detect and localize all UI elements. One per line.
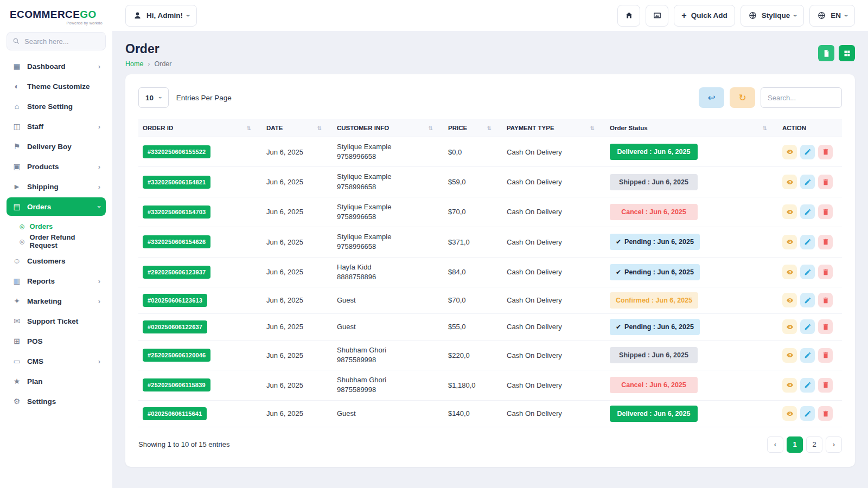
delete-order-button[interactable] xyxy=(818,175,833,189)
sort-icon[interactable]: ⇅ xyxy=(763,125,774,131)
order-id-badge[interactable]: #020250606123613 xyxy=(143,294,207,307)
edit-order-button[interactable] xyxy=(800,293,815,307)
edit-order-button[interactable] xyxy=(800,235,815,249)
home-button[interactable] xyxy=(617,5,640,27)
sidebar-item-support-ticket[interactable]: ✉ Support Ticket xyxy=(7,312,106,330)
pagination-next[interactable]: › xyxy=(826,436,842,453)
sidebar-search-input[interactable] xyxy=(24,37,100,46)
edit-order-button[interactable] xyxy=(800,265,815,279)
check-icon: ✔ xyxy=(616,323,621,331)
sidebar-item-delivery-boy[interactable]: ⚑ Delivery Boy xyxy=(7,137,106,156)
order-id-badge[interactable]: #2520250606115839 xyxy=(143,378,210,391)
column-header-customer-info[interactable]: CUSTOMER INFO ⇅ xyxy=(333,119,444,137)
edit-order-button[interactable] xyxy=(800,406,815,421)
language-switcher-button[interactable]: EN › xyxy=(809,5,855,27)
store-switcher-button[interactable]: Stylique › xyxy=(741,5,805,27)
delete-order-button[interactable] xyxy=(818,406,833,421)
edit-order-button[interactable] xyxy=(800,378,815,393)
edit-order-button[interactable] xyxy=(800,319,815,334)
column-header-payment-type[interactable]: PAYMENT TYPE ⇅ xyxy=(502,119,605,137)
order-id-badge[interactable]: #020250606115641 xyxy=(143,407,207,420)
sidebar-subitem-order-refund-request[interactable]: ◎ Order Refund Request xyxy=(15,234,106,248)
table-search-input[interactable] xyxy=(761,87,842,108)
sidebar-search[interactable] xyxy=(7,32,106,50)
order-id-badge[interactable]: #2920250606123937 xyxy=(143,266,210,279)
view-order-button[interactable] xyxy=(782,235,797,249)
sidebar-item-customers[interactable]: ☺ Customers xyxy=(7,252,106,270)
logo[interactable]: ECOMMERCEGO Powered by workdo xyxy=(7,8,106,25)
delete-order-button[interactable] xyxy=(818,293,833,307)
orders-card: 10 › Entries Per Page ↩ ↻ xyxy=(125,74,855,467)
view-order-button[interactable] xyxy=(782,348,797,363)
view-order-button[interactable] xyxy=(782,378,797,393)
sort-icon[interactable]: ⇅ xyxy=(487,125,498,131)
delete-order-button[interactable] xyxy=(818,235,833,249)
sidebar-item-cms[interactable]: ▭ CMS › xyxy=(7,352,106,370)
export-button[interactable] xyxy=(818,45,834,61)
column-header-order-id[interactable]: ORDER ID ⇅ xyxy=(138,119,262,137)
sort-icon[interactable]: ⇅ xyxy=(429,125,439,131)
edit-order-button[interactable] xyxy=(800,175,815,189)
view-order-button[interactable] xyxy=(782,145,797,159)
delete-order-button[interactable] xyxy=(818,378,833,393)
edit-order-button[interactable] xyxy=(800,145,815,159)
pagination-page-2[interactable]: 2 xyxy=(806,436,822,453)
delete-order-button[interactable] xyxy=(818,348,833,363)
view-order-button[interactable] xyxy=(782,293,797,307)
order-id-badge[interactable]: #3320250606154821 xyxy=(143,176,210,189)
column-header-price[interactable]: PRICE ⇅ xyxy=(444,119,502,137)
trash-icon xyxy=(822,148,829,156)
pagination-prev[interactable]: ‹ xyxy=(767,436,783,453)
sort-icon[interactable]: ⇅ xyxy=(317,125,328,131)
quick-add-button[interactable]: + Quick Add xyxy=(674,5,735,27)
column-header-action[interactable]: ACTION xyxy=(778,119,842,137)
order-id-badge[interactable]: #3320250606154626 xyxy=(143,235,210,248)
view-order-button[interactable] xyxy=(782,406,797,421)
order-id-badge[interactable]: #2520250606120046 xyxy=(143,349,210,362)
sort-icon[interactable]: ⇅ xyxy=(247,125,258,131)
delete-order-button[interactable] xyxy=(818,319,833,334)
sidebar-item-plan[interactable]: ★ Plan xyxy=(7,372,106,390)
edit-order-button[interactable] xyxy=(800,348,815,363)
column-header-order-status[interactable]: Order Status ⇅ xyxy=(605,119,778,137)
pagination-page-1[interactable]: 1 xyxy=(787,436,803,453)
order-status-label: Cancel : Jun 6, 2025 xyxy=(621,381,686,389)
entries-per-page-select[interactable]: 10 › xyxy=(138,87,169,108)
sidebar-item-settings[interactable]: ⚙ Settings xyxy=(7,392,106,410)
sort-icon[interactable]: ⇅ xyxy=(590,125,601,131)
sidebar-item-shipping[interactable]: ► Shipping › xyxy=(7,177,106,196)
column-header-date[interactable]: DATE ⇅ xyxy=(262,119,333,137)
sidebar-item-products[interactable]: ▣ Products › xyxy=(7,157,106,176)
edit-order-button[interactable] xyxy=(800,204,815,219)
order-id-badge[interactable]: #020250606122637 xyxy=(143,320,207,333)
sidebar-item-dashboard[interactable]: ▦ Dashboard › xyxy=(7,57,106,75)
view-order-button[interactable] xyxy=(782,175,797,189)
media-button[interactable] xyxy=(646,5,668,27)
grid-view-button[interactable] xyxy=(839,45,855,61)
sidebar-item-store-setting[interactable]: ⌂ Store Setting xyxy=(7,97,106,115)
view-order-button[interactable] xyxy=(782,319,797,334)
sidebar-subitem-orders[interactable]: ◎ Orders xyxy=(15,219,106,233)
view-order-button[interactable] xyxy=(782,265,797,279)
pencil-icon xyxy=(804,178,812,186)
admin-menu-button[interactable]: Hi, Admin! › xyxy=(125,5,197,27)
view-order-button[interactable] xyxy=(782,204,797,219)
order-id-badge[interactable]: #3320250606155522 xyxy=(143,145,210,158)
pencil-icon xyxy=(804,238,812,246)
delete-order-button[interactable] xyxy=(818,204,833,219)
sidebar-item-orders[interactable]: ▤ Orders › xyxy=(7,197,106,216)
products-icon: ▣ xyxy=(12,162,22,171)
reset-filter-button[interactable]: ↩ xyxy=(699,87,724,108)
chevron-down-icon: › xyxy=(792,15,799,17)
sidebar-item-staff[interactable]: ◫ Staff › xyxy=(7,117,106,136)
delete-order-button[interactable] xyxy=(818,265,833,279)
breadcrumb-home-link[interactable]: Home xyxy=(125,60,143,68)
refresh-button[interactable]: ↻ xyxy=(730,87,755,108)
delete-order-button[interactable] xyxy=(818,145,833,159)
sidebar-item-pos[interactable]: ⊞ POS xyxy=(7,332,106,350)
sidebar-item-theme-customize[interactable]: ◐ Theme Customize xyxy=(7,77,106,95)
order-id-badge[interactable]: #3320250606154703 xyxy=(143,206,210,219)
eye-icon xyxy=(786,148,794,156)
sidebar-item-marketing[interactable]: ✦ Marketing › xyxy=(7,292,106,310)
sidebar-item-reports[interactable]: ▥ Reports › xyxy=(7,272,106,290)
